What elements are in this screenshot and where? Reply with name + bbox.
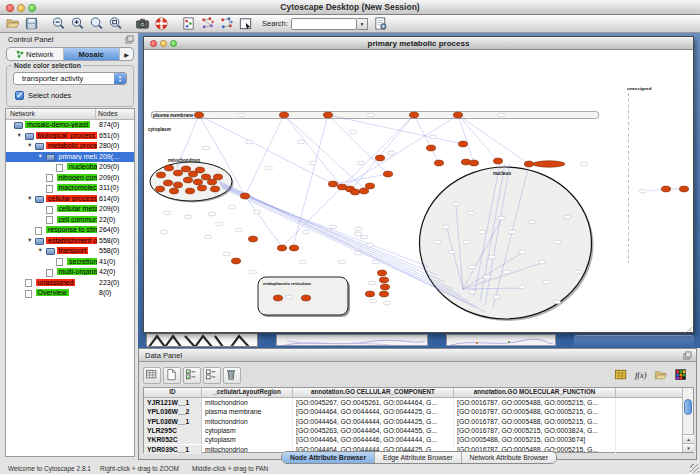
table-cell[interactable]: YJR121W__1 [144, 398, 202, 407]
save-icon[interactable] [23, 16, 40, 32]
expand-arrow-icon[interactable]: ▼ [27, 237, 32, 243]
gene-node[interactable] [426, 145, 435, 151]
table-cell[interactable]: [GO:0044464, GO:0044446, GO:0044444, G..… [293, 435, 454, 444]
view-resize-grip[interactable] [687, 327, 692, 332]
vizmap-icon[interactable] [180, 16, 197, 32]
tree-row-unassigned[interactable]: unassigned223(0) [6, 278, 134, 289]
table-scrollbar[interactable]: ▲ ▼ [682, 388, 693, 452]
gene-node[interactable] [231, 258, 240, 264]
gene-node[interactable] [323, 112, 332, 118]
tree-row-cell-communicat[interactable]: cell communicat22(0) [6, 215, 134, 226]
tab-network[interactable]: Network [7, 48, 64, 60]
node-label[interactable] [544, 280, 551, 283]
expand-arrow-icon[interactable]: ▼ [17, 132, 22, 138]
table-cell[interactable]: mitochondrion [202, 398, 293, 407]
node-label[interactable] [554, 240, 561, 243]
node-label[interactable] [355, 227, 362, 230]
tree-row-nitrogen-compo[interactable]: nitrogen compo209(0) [6, 173, 134, 184]
node-label[interactable] [266, 166, 273, 169]
table-cell[interactable]: [GO:0045263, GO:0044464, GO:0044455, G..… [293, 426, 454, 435]
node-label[interactable] [529, 220, 536, 223]
node-label[interactable] [564, 215, 571, 218]
node-label[interactable] [203, 146, 210, 149]
tree-row-multi-organism-pro[interactable]: multi-organism pro42(0) [6, 267, 134, 278]
node-label[interactable] [539, 260, 546, 263]
node-label[interactable] [468, 211, 475, 214]
gene-node[interactable] [201, 174, 210, 180]
gene-node[interactable] [375, 155, 384, 161]
node-label[interactable] [355, 251, 362, 254]
node-label[interactable] [367, 243, 374, 246]
table-cell[interactable]: YLR295C [144, 426, 202, 435]
expand-arrow-icon[interactable]: ▼ [38, 153, 43, 159]
node-label[interactable] [504, 270, 511, 273]
gene-node[interactable] [173, 182, 182, 188]
table-cell[interactable]: YPL036W__1 [144, 417, 202, 426]
node-label[interactable] [449, 250, 456, 253]
tree-row-establishment-of-lo[interactable]: ▼establishment of lo558(0) [6, 236, 134, 247]
node-label[interactable] [443, 225, 450, 228]
new-attribute-icon[interactable] [163, 367, 181, 384]
node-label[interactable] [358, 161, 365, 164]
tree-row-secretion[interactable]: secretion41(0) [6, 257, 134, 268]
node-label[interactable] [581, 162, 588, 165]
background-window-2[interactable] [446, 334, 556, 346]
node-label[interactable] [300, 260, 307, 263]
gene-node[interactable] [383, 171, 392, 177]
column-header-_cellularLayoutRegion[interactable]: _cellularLayoutRegion [202, 388, 293, 398]
float-panel-icon[interactable] [125, 35, 134, 44]
gene-node[interactable] [181, 166, 190, 172]
function-builder-icon[interactable]: f(x) [632, 367, 650, 384]
node-label[interactable] [350, 130, 357, 133]
node-label[interactable] [303, 230, 310, 233]
table-cell[interactable]: [GO:0005488, GO:0005215, GO:0003674] [454, 435, 616, 444]
annotation-icon[interactable] [237, 16, 254, 32]
node-label[interactable] [370, 299, 377, 302]
zoom-fit-icon[interactable] [107, 16, 124, 32]
gene-node[interactable] [207, 179, 216, 185]
tree-row-cellular-metabol[interactable]: cellular metabol209(0) [6, 204, 134, 215]
gene-node[interactable] [359, 188, 368, 194]
delete-attribute-icon[interactable] [223, 367, 241, 384]
gene-node[interactable] [679, 186, 688, 192]
node-label[interactable] [254, 210, 261, 213]
table-cell[interactable]: cytoplasm [202, 426, 293, 435]
table-cell[interactable]: [GO:0016787, GO:0005488, GO:0005215, G..… [454, 407, 616, 416]
gene-node[interactable] [273, 295, 282, 301]
node-color-dropdown[interactable]: transporter activity ▲▼ [13, 72, 127, 85]
node-label[interactable] [574, 270, 581, 273]
node-label[interactable] [238, 113, 245, 116]
node-label[interactable] [453, 202, 460, 205]
node-label[interactable] [286, 295, 293, 298]
import-icon[interactable] [372, 16, 389, 32]
network-view-titlebar[interactable]: primary metabolic process [144, 37, 693, 50]
tree-row-nucleobase-[interactable]: nucleobase-209(0) [6, 162, 134, 173]
background-window-overview[interactable] [146, 333, 258, 347]
node-label[interactable] [469, 290, 476, 293]
zoom-selected-icon[interactable] [88, 16, 105, 32]
node-label[interactable] [229, 205, 236, 208]
snapshot-icon[interactable] [134, 16, 151, 32]
column-header-ID[interactable]: ID [144, 388, 202, 398]
node-label[interactable] [434, 240, 441, 243]
node-label[interactable] [369, 281, 376, 284]
node-label[interactable] [330, 225, 337, 228]
scroll-down-button[interactable]: ▼ [683, 443, 694, 452]
background-window-titlebar[interactable] [574, 335, 694, 347]
gene-node[interactable] [164, 165, 173, 171]
node-label[interactable] [205, 235, 212, 238]
table-cell[interactable]: mitochondrion [202, 445, 293, 454]
zoom-out-icon[interactable] [50, 16, 67, 32]
column-header-blank[interactable] [616, 388, 685, 398]
node-label[interactable] [224, 252, 231, 255]
tab-mosaic[interactable]: Mosaic [64, 48, 121, 60]
node-label[interactable] [298, 140, 305, 143]
gene-node[interactable] [379, 291, 388, 297]
table-cell[interactable]: [GO:0044464, GO:0044444, GO:0044425, G..… [293, 407, 454, 416]
tree-row-biological-process[interactable]: ▼biological_process651(0) [6, 131, 134, 142]
node-label[interactable] [355, 232, 362, 235]
gene-node[interactable] [524, 161, 533, 167]
node-label[interactable] [494, 295, 501, 298]
gene-node[interactable] [301, 295, 310, 301]
node-label[interactable] [339, 260, 346, 263]
